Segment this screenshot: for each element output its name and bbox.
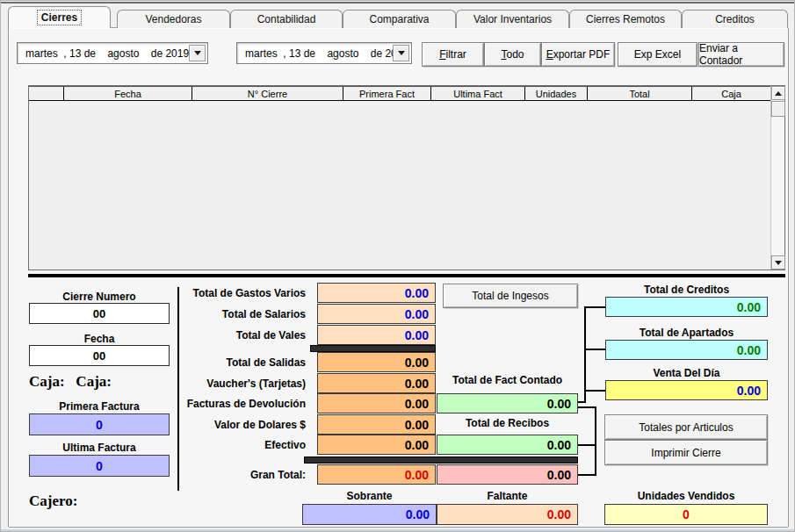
date-from-combo[interactable]: martes , 13 de agosto de 2019 (17, 42, 208, 64)
exp-excel-button-label: Exp Excel (634, 48, 681, 61)
totales-articulos-button-label: Totales por Articulos (639, 421, 733, 434)
section-separator (28, 274, 785, 277)
tab-cierres[interactable]: Cierres (8, 6, 111, 28)
faltante-field: 0.00 (437, 504, 578, 525)
tab-valor-inventarios[interactable]: Valor Inventarios (456, 10, 569, 28)
ultima-factura-label: Ultima Factura (29, 442, 170, 454)
date-from-value: martes , 13 de agosto de 2019 (25, 43, 189, 63)
sobrante-field: 0.00 (302, 504, 437, 525)
column-header-ultima-fact: Ultima Fact (431, 87, 525, 100)
recibos-label: Total de Recibos (437, 417, 578, 429)
imprimir-cierre-button-label: Imprimir Cierre (651, 447, 720, 459)
todo-button-label: Todo (501, 48, 524, 61)
cierres-window: Cierres Vendedoras Contabilidad Comparat… (0, 0, 795, 532)
tab-contabilidad[interactable]: Contabilidad (230, 10, 343, 28)
tab-vendedoras[interactable]: Vendedoras (117, 10, 230, 28)
cierre-numero-field[interactable]: 00 (29, 303, 170, 324)
facturas-devolucion-field: 0.00 (317, 393, 436, 413)
fact-contado-label: Total de Fact Contado (437, 374, 578, 386)
enviar-contador-button[interactable]: Enviar a Contador (698, 42, 784, 67)
cajero-label: Cajero: (29, 492, 77, 510)
primera-factura-label: Primera Factura (29, 400, 170, 413)
scrollbar-thumb[interactable] (771, 101, 785, 117)
imprimir-cierre-button[interactable]: Imprimir Cierre (604, 440, 768, 465)
table-header-row: Fecha N° Cierre Primera Fact Ultima Fact… (29, 86, 770, 101)
table-vertical-scrollbar[interactable] (770, 86, 784, 270)
gran-total-separator-bar (304, 457, 578, 464)
arrow-down-icon (775, 261, 782, 265)
total-salidas-label: Total de Salidas (181, 356, 306, 369)
date-to-value: martes , 13 de agosto de 2019 (245, 43, 408, 63)
arrow-up-icon (775, 91, 782, 96)
exportar-pdf-button-label: Exportar PDF (546, 48, 611, 61)
connector-line (578, 444, 595, 446)
apartados-label: Total de Apartados (605, 327, 768, 339)
fact-contado-field: 0.00 (437, 393, 578, 413)
recibos-field: 0.00 (437, 435, 578, 455)
vauchers-label: Vaucher's (Tarjetas) (181, 377, 306, 390)
filtrar-button[interactable]: Filtrar (422, 42, 484, 67)
valor-dolares-label: Valor de Dolares $ (181, 419, 306, 431)
tab-valor-inventarios-label: Valor Inventarios (470, 12, 555, 26)
caja-label: Caja: (29, 373, 65, 390)
salarios-label: Total de Salarios (181, 308, 306, 320)
tab-contabilidad-label: Contabilidad (254, 12, 320, 26)
column-header-n-cierre: N° Cierre (192, 87, 343, 100)
primera-factura-field: 0 (29, 413, 170, 435)
cierres-table: Fecha N° Cierre Primera Fact Ultima Fact… (28, 85, 785, 270)
fecha-label: Fecha (29, 333, 170, 345)
connector-line (586, 390, 605, 392)
date-from-dropdown-button[interactable] (189, 45, 206, 61)
caja-value: Caja: (76, 373, 112, 390)
vauchers-field: 0.00 (317, 373, 436, 393)
tab-comparativa[interactable]: Comparativa (343, 10, 456, 28)
caja-row: Caja: Caja: (29, 373, 112, 391)
unidades-vendidos-field: 0 (604, 504, 768, 525)
tab-vendedoras-label: Vendedoras (141, 12, 205, 26)
venta-del-dia-label: Venta Del Día (605, 367, 768, 379)
connector-line (595, 406, 596, 476)
connector-line (584, 306, 586, 403)
fecha-field[interactable]: 00 (29, 345, 170, 366)
window-top-border (1, 2, 795, 4)
tab-creditos-label: Creditos (712, 12, 758, 26)
gastos-varios-label: Total de Gastos Varios (181, 287, 306, 299)
connector-line (578, 474, 595, 476)
date-to-combo[interactable]: martes , 13 de agosto de 2019 (236, 42, 412, 64)
gran-total-salidas-field: 0.00 (317, 464, 436, 485)
ultima-factura-field: 0 (29, 455, 170, 477)
column-header-unidades: Unidades (525, 87, 588, 100)
column-header-total: Total (588, 87, 692, 100)
todo-button[interactable]: Todo (484, 42, 541, 67)
venta-del-dia-field: 0.00 (605, 380, 768, 400)
filtrar-button-label: Filtrar (439, 48, 466, 61)
date-to-dropdown-button[interactable] (393, 45, 409, 61)
tab-cierres-remotos[interactable]: Cierres Remotos (569, 10, 682, 28)
enviar-contador-button-label: Enviar a Contador (699, 42, 784, 67)
connector-line (578, 406, 595, 408)
sobrante-label: Sobrante (302, 490, 437, 502)
total-ingresos-button[interactable]: Total de Ingesos (443, 284, 578, 308)
valor-dolares-field: 0.00 (317, 414, 436, 435)
exportar-pdf-button[interactable]: Exportar PDF (541, 42, 615, 67)
totales-articulos-button[interactable]: Totales por Articulos (604, 414, 768, 440)
creditos-label: Total de Creditos (605, 284, 768, 296)
cierre-numero-label: Cierre Numero (29, 291, 170, 303)
connector-line (578, 401, 586, 403)
scrollbar-up-button[interactable] (771, 86, 785, 100)
faltante-label: Faltante (437, 490, 578, 502)
gran-total-label: Gran Total: (181, 469, 306, 481)
scrollbar-down-button[interactable] (771, 255, 785, 270)
chevron-down-icon (194, 51, 201, 55)
connector-line (586, 349, 605, 350)
exp-excel-button[interactable]: Exp Excel (618, 42, 697, 67)
caja-spacer (65, 373, 76, 390)
tab-creditos[interactable]: Creditos (682, 10, 788, 28)
window-bottom-border (1, 529, 795, 531)
connector-line (586, 306, 605, 308)
tab-cierres-label: Cierres (38, 11, 81, 25)
facturas-devolucion-label: Facturas de Devolución (181, 398, 306, 410)
column-header-fecha: Fecha (64, 87, 192, 100)
column-header-selector (29, 87, 64, 100)
unidades-vendidos-label: Unidades Vendidos (604, 490, 768, 502)
